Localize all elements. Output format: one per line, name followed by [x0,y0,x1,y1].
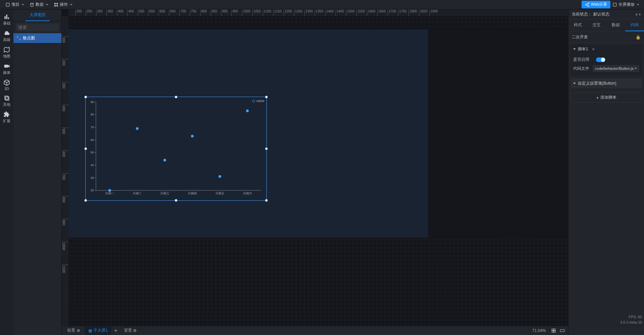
svg-text:70: 70 [91,126,94,129]
svg-text:示例四: 示例四 [188,192,197,195]
tab-interaction[interactable]: 交互 [587,19,606,31]
script-header[interactable]: 脚本1 × [570,44,642,54]
project-icon [5,2,10,7]
resize-handle-bl[interactable] [84,199,87,202]
tab-data[interactable]: 数据 [606,19,625,31]
close-icon[interactable]: × [592,47,595,52]
menu-operation[interactable]: 操作 [51,0,75,9]
menu-project-label: 项目 [11,2,19,7]
tool-extension-label: 扩展 [3,118,10,124]
resize-handle-mr[interactable] [265,147,268,150]
enable-toggle[interactable] [596,57,605,62]
chart-legend: value [252,99,264,103]
screen-tabs-bar: 前景 ⚙ ▦ 子大屏1 + 背景 ⚙ 71.04% [62,326,568,335]
script-block: 脚本1 × 是否启用 代码文件 code/behavior/Button.js [570,44,642,76]
svg-rect-15 [4,65,8,67]
layer-search-input[interactable] [16,23,59,31]
tab-subscreen-1[interactable]: ▦ 子大屏1 [85,326,111,335]
tool-map[interactable]: 地图 [0,44,13,61]
svg-text:80: 80 [91,113,94,116]
tab-code[interactable]: 代码 [625,19,644,31]
menu-data-label: 数据 [36,2,44,7]
svg-point-8 [588,5,589,6]
tab-foreground[interactable]: 前景 ⚙ [64,326,83,335]
triangle-down-icon [573,83,576,84]
svg-point-46 [191,135,194,137]
horizontal-ruler: 2002503003504004505005506006507007508008… [69,9,568,16]
database-icon [30,2,34,7]
svg-rect-5 [56,5,58,6]
fullscreen-label: 全屏播放 [618,2,635,7]
svg-rect-3 [56,3,58,4]
svg-rect-4 [54,5,56,6]
state-value[interactable]: 默认状态 [593,11,609,17]
add-screen-button[interactable]: + [113,327,119,334]
scatter-chart: 2030405060708090示例一示例二示例三示例四示例五示例六 [86,97,266,200]
tool-other[interactable]: 其他 [0,93,13,109]
svg-text:示例五: 示例五 [215,192,224,195]
top-menubar: 项目 数据 操作 Web分享 全屏播放 [0,0,644,9]
tab-foreground-label: 前景 [67,328,75,333]
svg-rect-2 [54,3,56,4]
legend-marker-icon [252,100,255,102]
fps-display: FPS: 60 [620,314,642,320]
custom-settings-section[interactable]: 自定义设置项(Button) [570,79,642,88]
layer-item-scatter[interactable]: 散点图 [13,33,61,43]
svg-text:60: 60 [91,138,94,142]
tab-screen-layers[interactable]: 大屏图层 [26,9,50,21]
menu-data[interactable]: 数据 [27,0,51,9]
tab-background[interactable]: 背景 ⚙ [121,326,140,335]
legend-label: value [256,99,264,103]
svg-point-47 [218,175,221,178]
codefile-value: code/behavior/Button.js [595,66,634,70]
selected-component[interactable]: value 2030405060708090示例一示例二示例三示例四示例五示例六 [85,97,267,201]
zoom-level[interactable]: 71.04% [529,328,549,333]
web-share-label: Web分享 [591,2,607,7]
section-secondary-dev: 二次开发 🔒 [568,32,644,43]
tab-background-label: 背景 [124,328,132,333]
lock-icon[interactable]: 🔒 [636,35,641,40]
map-icon [3,46,10,53]
keyboard-icon[interactable] [560,328,565,333]
svg-rect-53 [560,329,564,332]
tool-other-label: 其他 [3,102,10,107]
resize-handle-ml[interactable] [84,147,87,150]
resize-handle-tm[interactable] [175,96,177,98]
svg-text:90: 90 [91,100,94,104]
svg-text:示例一: 示例一 [105,192,114,195]
canvas-area: 2002503003504004505005506006507007508008… [62,9,568,335]
svg-marker-16 [8,65,9,67]
svg-rect-12 [4,16,5,19]
add-script-button[interactable]: + 添加脚本 [570,92,642,103]
enable-label: 是否启用 [573,57,593,62]
tab-subscreen-label: 子大屏1 [93,328,108,333]
tool-advanced-label: 高级 [3,37,10,42]
resize-handle-tl[interactable] [84,96,87,98]
add-state-button[interactable]: + [635,12,638,17]
settings-small-icon: ⚙ [77,329,80,332]
tool-media-label: 媒体 [3,70,10,75]
tool-advanced[interactable]: 高级 [0,28,13,44]
menu-project[interactable]: 项目 [3,0,27,9]
codefile-select[interactable]: code/behavior/Button.js [593,65,639,72]
tool-extension[interactable]: 扩展 [0,109,13,126]
add-script-label: 添加脚本 [600,95,616,100]
menu-operation-label: 操作 [60,2,68,7]
canvas-viewport[interactable]: value 2030405060708090示例一示例二示例三示例四示例五示例六 [69,16,568,326]
tool-media[interactable]: 媒体 [0,61,13,77]
fullscreen-button[interactable]: 全屏播放 [610,2,641,7]
svg-line-10 [586,5,588,5]
resize-handle-br[interactable] [265,199,268,202]
resize-handle-tr[interactable] [265,96,268,98]
fullscreen-icon [612,2,617,7]
resize-handle-bm[interactable] [175,199,177,202]
svg-point-1 [31,3,33,4]
chevron-right-icon[interactable] [639,13,641,16]
fit-screen-icon[interactable] [551,328,556,333]
tool-3d[interactable]: 3D [0,77,13,93]
state-bar: 当前状态： 默认状态 + [568,9,644,19]
web-share-button[interactable]: Web分享 [582,1,610,8]
tab-style[interactable]: 样式 [568,19,587,31]
tool-basic[interactable]: 基础 [0,11,13,28]
svg-text:20: 20 [91,189,94,192]
